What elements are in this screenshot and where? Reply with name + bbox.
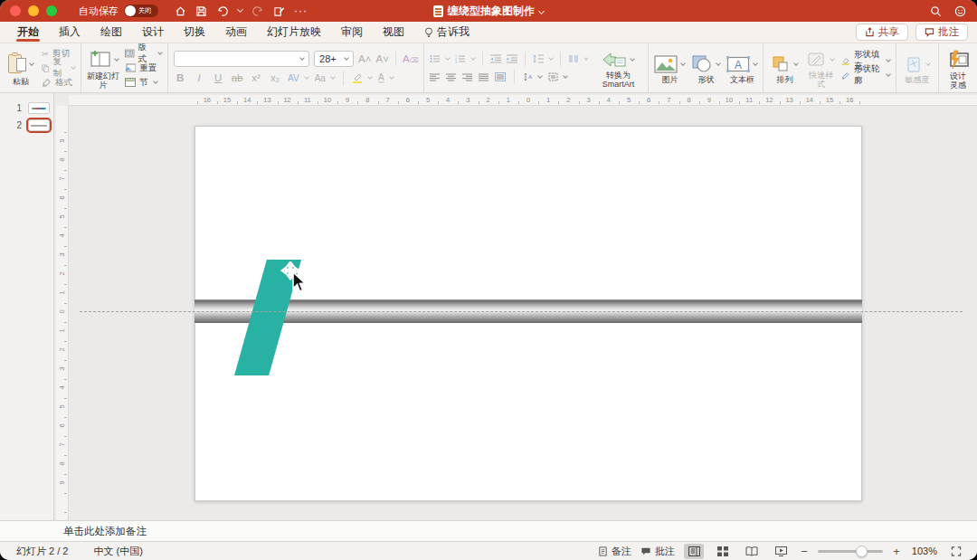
subscript-button[interactable]: x₂ xyxy=(269,72,281,83)
slideshow-view-button[interactable] xyxy=(771,544,791,559)
increase-indent-button[interactable] xyxy=(507,54,517,63)
quick-styles-chevron-icon[interactable] xyxy=(830,56,836,62)
align-right-button[interactable] xyxy=(462,73,472,81)
italic-button[interactable]: I xyxy=(193,72,205,83)
save-icon[interactable] xyxy=(195,5,207,17)
fit-to-window-button[interactable] xyxy=(946,544,966,559)
bold-button[interactable]: B xyxy=(174,72,186,83)
tab-4[interactable]: 切换 xyxy=(174,22,215,43)
tab-5[interactable]: 动画 xyxy=(215,22,257,43)
sensitivity-button[interactable]: 敏感度 xyxy=(902,52,933,84)
zoom-slider-thumb[interactable] xyxy=(856,546,868,557)
numbering-button[interactable]: 123 xyxy=(455,53,475,65)
undo-icon[interactable] xyxy=(216,5,229,17)
strikethrough-button[interactable]: ab xyxy=(231,72,243,83)
shapes-chevron-icon[interactable] xyxy=(716,61,722,66)
decrease-indent-button[interactable] xyxy=(490,54,501,63)
normal-view-button[interactable] xyxy=(684,544,704,559)
comments-toggle-button[interactable]: 批注 xyxy=(640,545,675,558)
search-icon[interactable] xyxy=(930,5,942,17)
notes-pen-icon[interactable] xyxy=(273,5,285,17)
paste-button[interactable]: 粘贴 xyxy=(5,51,36,86)
minimize-window-button[interactable] xyxy=(28,5,39,16)
character-spacing-button[interactable]: AV xyxy=(288,72,308,84)
convert-smartart-button[interactable]: 转换为SmartArt xyxy=(593,48,642,89)
textbox-chevron-icon[interactable] xyxy=(754,61,759,66)
zoom-in-button[interactable]: + xyxy=(892,545,901,558)
align-text-button[interactable] xyxy=(548,71,567,83)
smartart-chevron-icon[interactable] xyxy=(631,56,636,62)
font-color-button[interactable]: A xyxy=(378,72,394,84)
columns-button[interactable] xyxy=(568,53,588,65)
share-button[interactable]: 共享 xyxy=(856,24,908,41)
slide-sorter-view-button[interactable] xyxy=(713,544,733,559)
arrange-button[interactable]: 排列 xyxy=(769,52,800,84)
bullets-button[interactable] xyxy=(430,53,450,65)
shape-outline-button[interactable]: 形状轮廓 xyxy=(841,70,890,81)
font-name-combo[interactable] xyxy=(174,51,309,67)
change-case-button[interactable]: Aa xyxy=(315,72,335,84)
tab-9[interactable]: 告诉我 xyxy=(414,22,479,43)
new-slide-button[interactable]: 新建幻灯片 xyxy=(87,47,119,90)
document-title-area[interactable]: 缠绕型抽象图制作 xyxy=(433,0,544,22)
zoom-level[interactable]: 103% xyxy=(910,546,937,556)
tab-2[interactable]: 绘图 xyxy=(90,22,132,43)
picture-button[interactable]: 图片 xyxy=(654,52,685,84)
line-spacing-button[interactable] xyxy=(533,53,553,65)
shape-fill-chevron-icon[interactable] xyxy=(886,57,891,62)
close-window-button[interactable] xyxy=(10,5,21,16)
slide-thumbnail-image[interactable] xyxy=(28,119,50,131)
picture-chevron-icon[interactable] xyxy=(681,61,687,66)
tab-8[interactable]: 视图 xyxy=(373,22,414,43)
tab-3[interactable]: 设计 xyxy=(132,22,174,43)
section-button[interactable]: 节 xyxy=(125,77,162,89)
undo-menu-chevron-icon[interactable] xyxy=(237,6,243,13)
zoom-window-button[interactable] xyxy=(46,5,57,16)
increase-font-size-button[interactable]: A˄ xyxy=(358,53,371,64)
copy-chevron-icon[interactable] xyxy=(71,64,76,70)
layout-button[interactable]: 版式 xyxy=(125,48,162,60)
notes-pane[interactable]: 单击此处添加备注 xyxy=(0,520,977,541)
sensitivity-chevron-icon[interactable] xyxy=(925,61,931,66)
slide-thumbnail-2[interactable]: 2 xyxy=(0,117,53,134)
section-chevron-icon[interactable] xyxy=(153,79,158,84)
underline-button[interactable]: U xyxy=(212,72,224,83)
copy-button[interactable]: 复制 xyxy=(42,62,75,74)
feedback-smiley-icon[interactable] xyxy=(954,5,966,17)
zoom-out-button[interactable]: − xyxy=(800,545,809,558)
superscript-button[interactable]: x² xyxy=(250,72,262,83)
tab-6[interactable]: 幻灯片放映 xyxy=(257,22,331,43)
zoom-slider[interactable] xyxy=(818,550,883,553)
comments-button[interactable]: 批注 xyxy=(915,24,968,41)
notes-toggle-button[interactable]: 备注 xyxy=(598,545,631,558)
slide-thumbnail-1[interactable]: 1 xyxy=(0,100,53,117)
justify-button[interactable] xyxy=(479,73,488,81)
font-size-combo[interactable]: 28+ xyxy=(314,51,354,67)
new-slide-chevron-icon[interactable] xyxy=(114,56,119,62)
format-painter-button[interactable]: 格式 xyxy=(42,77,75,89)
reset-button[interactable]: 重置 xyxy=(125,62,162,74)
slide-thumbnail-image[interactable] xyxy=(28,102,50,114)
align-left-button[interactable] xyxy=(430,73,440,81)
shapes-button[interactable]: 形状 xyxy=(690,52,721,84)
home-icon[interactable] xyxy=(175,5,186,17)
design-ideas-button[interactable]: 设计灵感 xyxy=(944,47,972,90)
tab-1[interactable]: 插入 xyxy=(49,22,90,43)
tab-0[interactable]: 开始 xyxy=(7,22,49,43)
tab-7[interactable]: 审阅 xyxy=(331,22,373,43)
align-center-button[interactable] xyxy=(446,73,456,81)
reading-view-button[interactable] xyxy=(742,544,762,559)
clear-formatting-button[interactable]: A⌫ xyxy=(403,53,419,64)
arrange-chevron-icon[interactable] xyxy=(794,61,800,66)
quick-styles-button[interactable]: 快速样式 xyxy=(805,48,836,89)
layout-chevron-icon[interactable] xyxy=(157,50,163,55)
autosave-toggle[interactable]: 关闭 xyxy=(124,5,158,17)
language-indicator[interactable]: 中文 (中国) xyxy=(93,545,142,558)
text-direction-button[interactable]: A xyxy=(523,71,542,83)
decrease-font-size-button[interactable]: A˅ xyxy=(375,53,388,64)
shape-outline-chevron-icon[interactable] xyxy=(886,71,891,77)
distribute-text-button[interactable] xyxy=(495,72,506,81)
more-commands-button[interactable]: ··· xyxy=(294,5,308,17)
paste-chevron-icon[interactable] xyxy=(29,61,34,66)
textbox-button[interactable]: A 文本框 xyxy=(726,52,757,84)
